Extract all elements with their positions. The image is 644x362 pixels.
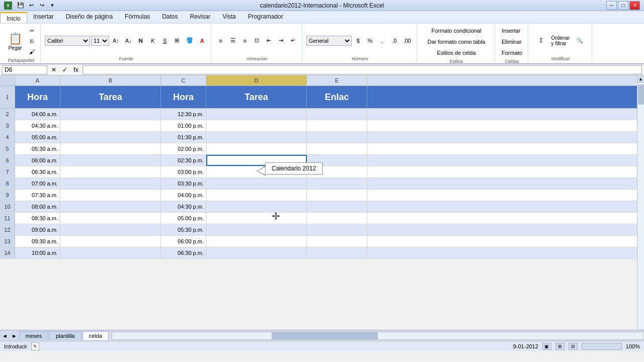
cell-a2[interactable]: 04:00 a.m. — [15, 109, 60, 120]
cell-a10[interactable]: 08:00 a.m. — [15, 201, 60, 212]
pegar-button[interactable]: 📋 Pegar — [5, 29, 25, 54]
cell-e13[interactable] — [307, 236, 367, 247]
cell-e9[interactable] — [307, 190, 367, 201]
cell-c5[interactable]: 02:00 p.m. — [161, 143, 206, 154]
cell-c9[interactable]: 04:00 p.m. — [161, 190, 206, 201]
cell-d11[interactable] — [206, 213, 307, 224]
cell-b12[interactable] — [60, 224, 161, 235]
cell-e4[interactable] — [307, 132, 367, 143]
sheet-nav-next[interactable]: ► — [10, 333, 19, 339]
cell-a5[interactable]: 05:30 a.m. — [15, 143, 60, 154]
comma-button[interactable]: , — [377, 36, 388, 46]
align-center-button[interactable]: ☰ — [227, 36, 238, 46]
save-icon[interactable]: 💾 — [16, 1, 25, 10]
insert-button[interactable]: Insertar — [499, 26, 523, 36]
cell-c1[interactable]: Hora — [161, 86, 206, 108]
tab-inicio[interactable]: Inicio — [0, 12, 27, 23]
sheet-tab-celda[interactable]: celda — [83, 331, 109, 340]
redo-icon[interactable]: ↪ — [37, 1, 46, 10]
cell-a4[interactable]: 05:00 a.m. — [15, 132, 60, 143]
cell-b1[interactable]: Tarea — [60, 86, 161, 108]
cell-e2[interactable] — [307, 109, 367, 120]
cell-c7[interactable]: 03:00 p.m. — [161, 166, 206, 177]
cell-a13[interactable]: 09:30 a.m. — [15, 236, 60, 247]
formula-input[interactable] — [83, 65, 642, 74]
cell-c6[interactable]: 02:30 p.m. — [161, 155, 206, 166]
sort-filter-button[interactable]: Ordenar y filtrar — [551, 28, 570, 53]
scroll-up-button[interactable]: ▲ — [637, 75, 645, 82]
cell-b2[interactable] — [60, 109, 161, 120]
border-button[interactable]: ⊞ — [172, 36, 183, 46]
cell-c2[interactable]: 12:30 p.m. — [161, 109, 206, 120]
confirm-formula-button[interactable]: ✓ — [60, 65, 69, 74]
zoom-slider[interactable] — [582, 343, 622, 350]
cell-c13[interactable]: 06:00 p.m. — [161, 236, 206, 247]
cell-b6[interactable] — [60, 155, 161, 166]
tab-vista[interactable]: Vista — [216, 11, 242, 23]
align-right-button[interactable]: ≡ — [239, 36, 251, 46]
col-header-c[interactable]: C — [161, 75, 206, 85]
font-color-button[interactable]: A — [197, 36, 208, 46]
vertical-scrollbar[interactable]: ▲ — [637, 75, 644, 330]
indent-right-button[interactable]: ⇥ — [276, 36, 287, 46]
tab-diseno[interactable]: Diseño de página — [60, 11, 119, 23]
align-left-button[interactable]: ≡ — [215, 36, 226, 46]
font-select[interactable]: Calibri — [45, 36, 90, 46]
currency-button[interactable]: $ — [353, 36, 364, 46]
close-button[interactable]: ✕ — [629, 1, 640, 10]
cell-d9[interactable] — [206, 190, 307, 201]
cell-a9[interactable]: 07:30 a.m. — [15, 190, 60, 201]
cell-d14[interactable] — [206, 247, 307, 258]
col-header-d[interactable]: D — [206, 75, 307, 85]
underline-button[interactable]: S — [159, 36, 171, 46]
undo-icon[interactable]: ↩ — [27, 1, 36, 10]
increase-decimal-button[interactable]: .0 — [389, 36, 400, 46]
tab-programador[interactable]: Programador — [242, 11, 289, 23]
cell-c4[interactable]: 01:30 p.m. — [161, 132, 206, 143]
view-page-button[interactable]: ⊟ — [569, 343, 578, 350]
cell-c12[interactable]: 05:30 p.m. — [161, 224, 206, 235]
merge-button[interactable]: ⊡ — [252, 36, 263, 46]
cell-a3[interactable]: 04:30 a.m. — [15, 120, 60, 131]
cell-b7[interactable] — [60, 166, 161, 177]
cell-e11[interactable] — [307, 213, 367, 224]
cell-d12[interactable] — [206, 224, 307, 235]
scroll-thumb[interactable] — [638, 84, 644, 105]
indent-left-button[interactable]: ⇤ — [264, 36, 275, 46]
wrap-button[interactable]: ↵ — [288, 36, 299, 46]
delete-button[interactable]: Eliminar — [499, 37, 524, 47]
cell-a7[interactable]: 06:30 a.m. — [15, 166, 60, 177]
col-header-a[interactable]: A — [15, 75, 60, 85]
increase-font-button[interactable]: A↑ — [110, 36, 122, 46]
cell-c3[interactable]: 01:00 p.m. — [161, 120, 206, 131]
autosum-button[interactable]: Σ — [532, 28, 550, 53]
cell-c14[interactable]: 06:30 p.m. — [161, 247, 206, 258]
decrease-decimal-button[interactable]: .00 — [401, 36, 414, 46]
cell-d4[interactable] — [206, 132, 307, 143]
cell-e10[interactable] — [307, 201, 367, 212]
cell-b9[interactable] — [60, 190, 161, 201]
cell-d3[interactable] — [206, 120, 307, 131]
bold-button[interactable]: N — [135, 36, 146, 46]
cell-a14[interactable]: 10:00 a.m. — [15, 247, 60, 258]
cell-b14[interactable] — [60, 247, 161, 258]
name-box[interactable] — [2, 65, 47, 74]
sheet-tab-plantilla[interactable]: plantilla — [49, 331, 81, 340]
cell-d10[interactable] — [206, 201, 307, 212]
cell-c10[interactable]: 04:30 p.m. — [161, 201, 206, 212]
tab-insertar[interactable]: Insertar — [27, 11, 60, 23]
cell-a12[interactable]: 09:00 a.m. — [15, 224, 60, 235]
tab-revisar[interactable]: Revisar — [184, 11, 216, 23]
cell-e3[interactable] — [307, 120, 367, 131]
cell-b3[interactable] — [60, 120, 161, 131]
cell-e1[interactable]: Enlac — [307, 86, 367, 108]
cell-b13[interactable] — [60, 236, 161, 247]
fill-color-button[interactable]: 🪣 — [184, 36, 196, 46]
cell-b5[interactable] — [60, 143, 161, 154]
size-select[interactable]: 11 — [91, 36, 109, 46]
insert-function-button[interactable]: fx — [71, 65, 80, 74]
number-format-select[interactable]: General — [306, 36, 352, 46]
cell-d13[interactable] — [206, 236, 307, 247]
cell-a6[interactable]: 06:00 a.m. — [15, 155, 60, 166]
horizontal-scrollbar[interactable] — [112, 332, 644, 340]
